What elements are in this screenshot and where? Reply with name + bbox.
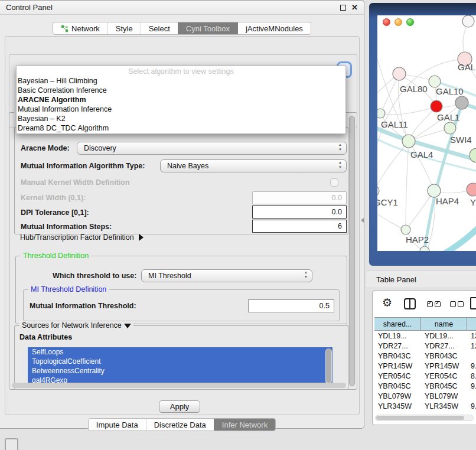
table-cell: YDR27...: [374, 342, 421, 350]
dpi-tolerance-field[interactable]: 0.0: [252, 206, 347, 219]
table-row[interactable]: YBL079WYBL079W: [374, 391, 476, 401]
tab-discretize-data[interactable]: Discretize Data: [146, 419, 214, 431]
settings-horizontal-scrollbar[interactable]: [12, 383, 346, 388]
column-header-name[interactable]: name: [421, 318, 467, 330]
close-icon[interactable]: ✕: [351, 3, 358, 12]
mi-algorithm-type-value: Naive Bayes: [167, 162, 208, 170]
network-node[interactable]: [444, 122, 456, 134]
table-cell: 9.: [467, 402, 476, 410]
table-row[interactable]: YIL053CYIL053C0: [374, 411, 476, 412]
scrollbar-thumb[interactable]: [376, 416, 464, 420]
table-row[interactable]: YDR27...YDR27...12: [374, 341, 476, 351]
select-all-icon[interactable]: [427, 301, 441, 307]
manual-kernel-checkbox[interactable]: [330, 178, 338, 187]
attributes-scrollbar[interactable]: [325, 348, 332, 384]
checked-box-icon: [427, 301, 433, 307]
table-row[interactable]: YBR043CYBR043C: [374, 351, 476, 361]
close-window-icon[interactable]: [383, 18, 390, 26]
sources-legend: Sources for Network Inference: [19, 321, 133, 330]
settings-vertical-scrollbar[interactable]: [348, 115, 356, 387]
node-label-gal: GAL: [458, 62, 475, 72]
table-cell: 13: [467, 332, 476, 340]
mi-steps-label: Mutual Information Steps:: [21, 223, 112, 231]
minimize-window-icon[interactable]: [395, 18, 402, 26]
threshold-definition-group: Threshold Definition Which threshold to …: [15, 256, 347, 324]
table-horizontal-scrollbar[interactable]: [375, 415, 474, 421]
scrollbar-thumb[interactable]: [326, 348, 331, 383]
node-label-swi4: SWI4: [450, 135, 472, 145]
split-panel-icon[interactable]: [404, 298, 416, 309]
network-node-swi4[interactable]: [470, 148, 476, 162]
column-header-cut[interactable]: [467, 318, 476, 330]
network-canvas[interactable]: GALGAL80GAL10GAL1GAL11GAL4SWI4GCY1HAP4YH…: [377, 15, 476, 251]
float-window-icon[interactable]: [340, 5, 346, 11]
scrollbar-thumb[interactable]: [349, 116, 355, 386]
table-row[interactable]: YDL19...YDL19...13: [374, 331, 476, 341]
table-cell: YDL19...: [421, 332, 467, 340]
sources-group: Sources for Network Inference Data Attri…: [14, 325, 348, 390]
which-threshold-combo[interactable]: MI Threshold ▲▼: [141, 269, 312, 282]
algorithm-definition-group: Algorithm Definition Aracne Mode: Discov…: [14, 127, 348, 234]
zoom-window-icon[interactable]: [406, 18, 414, 26]
kernel-width-field[interactable]: 0.0: [252, 191, 347, 204]
node-label-gal1: GAL1: [437, 112, 459, 122]
attribute-item-betweennesscentrality[interactable]: BetweennessCentrality: [28, 366, 332, 376]
deselect-all-icon[interactable]: [450, 301, 464, 307]
mi-algorithm-type-combo[interactable]: Naive Bayes ▲▼: [160, 159, 347, 172]
table-cell: YDR27...: [421, 342, 467, 350]
aracne-mode-combo[interactable]: Discovery ▲▼: [77, 142, 347, 155]
attribute-item-selfloops[interactable]: SelfLoops: [28, 347, 332, 357]
table-row[interactable]: YLR345WYLR345W9.: [374, 401, 476, 411]
tab-network[interactable]: Network: [53, 22, 107, 34]
tab-cyni-toolbox[interactable]: Cyni Toolbox: [178, 22, 237, 34]
cyni-toolbox-panel: galFiltered.sif default node Select algo…: [5, 36, 360, 415]
hub-transcription-section-toggle[interactable]: Hub/Transcription Factor Definition: [20, 233, 144, 242]
algorithm-option-aracne-algorithm[interactable]: ARACNE Algorithm: [17, 95, 345, 105]
gear-icon[interactable]: ⚙: [382, 296, 392, 309]
attribute-item-topologicalcoefficient[interactable]: TopologicalCoefficient: [28, 357, 332, 366]
tab-style[interactable]: Style: [107, 22, 141, 34]
table-row[interactable]: YER054CYER054C8.: [374, 371, 476, 381]
algorithm-option-dream8-dc-tdc-algorithm[interactable]: Dream8 DC_TDC Algorithm: [17, 123, 345, 133]
tab-jactivemnodules[interactable]: jActiveMNodules: [237, 22, 311, 34]
panel-resize-handle[interactable]: [361, 217, 364, 223]
node-label-gcy1: GCY1: [377, 197, 398, 207]
network-node-hap2[interactable]: [401, 225, 410, 234]
table-cell: YBR045C: [374, 382, 421, 390]
table-row[interactable]: YBR045CYBR045C9.: [374, 381, 476, 391]
network-node-gal1[interactable]: [431, 100, 442, 112]
network-node-gal80[interactable]: [393, 67, 406, 80]
minimized-panel-icon[interactable]: [5, 438, 18, 450]
mi-steps-field[interactable]: 6: [252, 220, 347, 233]
tab-label: Impute Data: [96, 420, 138, 429]
document-icon[interactable]: [470, 297, 476, 309]
aracne-mode-value: Discovery: [84, 144, 116, 152]
window-traffic-lights: [383, 18, 414, 26]
network-view-window: GALGAL80GAL10GAL1GAL11GAL4SWI4GCY1HAP4YH…: [369, 3, 476, 266]
unchecked-box-icon: [458, 301, 464, 307]
network-node-gal10[interactable]: [429, 76, 441, 87]
network-node-gcy1[interactable]: [377, 185, 379, 196]
network-node[interactable]: [455, 96, 468, 109]
algorithm-option-basic-correlation-inference[interactable]: Basic Correlation Inference: [17, 86, 345, 95]
table-cell: YER054C: [421, 372, 467, 380]
tab-infer-network[interactable]: Infer Network: [214, 419, 275, 431]
network-node-gal11[interactable]: [377, 109, 385, 118]
network-node-hap4[interactable]: [428, 184, 441, 197]
mi-threshold-label: Mutual Information Threshold:: [30, 302, 136, 310]
tab-select[interactable]: Select: [141, 22, 178, 34]
algorithm-popup-list: Bayesian – Hill ClimbingBasic Correlatio…: [17, 76, 345, 133]
algorithm-option-bayesian-hill-climbing[interactable]: Bayesian – Hill Climbing: [17, 76, 345, 86]
column-header-shared[interactable]: shared...: [374, 318, 421, 330]
network-node-y[interactable]: [467, 183, 476, 196]
algorithm-option-mutual-information-inference[interactable]: Mutual Information Inference: [17, 105, 345, 114]
table-cell: 12: [467, 342, 476, 350]
mi-threshold-field[interactable]: 0.5: [248, 299, 334, 312]
network-node-gal4[interactable]: [402, 135, 415, 148]
tab-impute-data[interactable]: Impute Data: [89, 419, 146, 431]
tab-label: Infer Network: [222, 420, 268, 429]
network-node[interactable]: [462, 15, 474, 27]
table-row[interactable]: YPR145WYPR145W9.: [374, 361, 476, 371]
algorithm-option-bayesian-k2[interactable]: Bayesian – K2: [17, 114, 345, 123]
apply-button[interactable]: Apply: [159, 400, 200, 413]
